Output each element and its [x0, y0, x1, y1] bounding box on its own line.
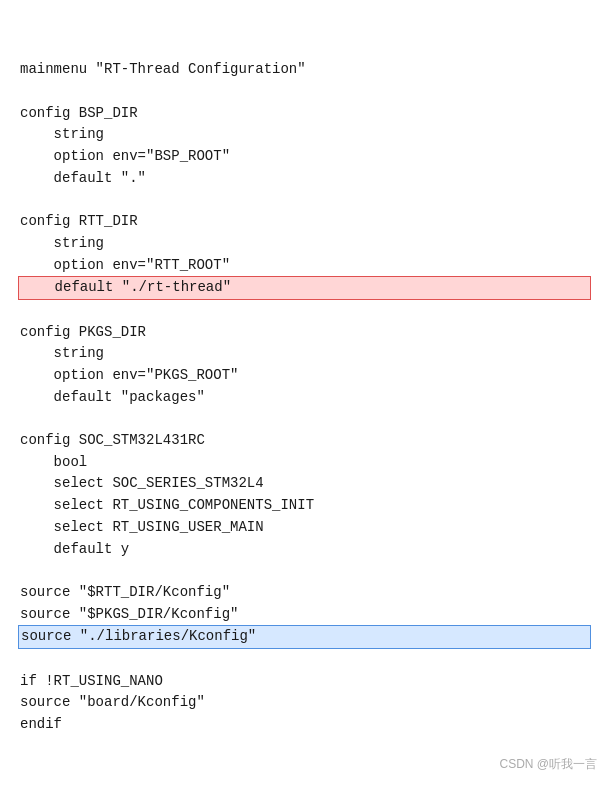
code-line-15: default "packages": [20, 387, 593, 409]
code-line-7: config RTT_DIR: [20, 211, 593, 233]
code-line-19: select SOC_SERIES_STM32L4: [20, 473, 593, 495]
watermark: CSDN @听我一言: [499, 756, 597, 773]
code-line-8: string: [20, 233, 593, 255]
code-line-18: bool: [20, 452, 593, 474]
code-line-10: default "./rt-thread": [20, 276, 593, 300]
code-line-12: config PKGS_DIR: [20, 322, 593, 344]
code-line-20: select RT_USING_COMPONENTS_INIT: [20, 495, 593, 517]
code-block: mainmenu "RT-Thread Configuration"config…: [20, 16, 593, 736]
code-line-empty-23: [20, 560, 593, 582]
code-line-28: if !RT_USING_NANO: [20, 671, 593, 693]
code-line-24: source "$RTT_DIR/Kconfig": [20, 582, 593, 604]
code-line-5: default ".": [20, 168, 593, 190]
code-line-14: option env="PKGS_ROOT": [20, 365, 593, 387]
code-line-30: endif: [20, 714, 593, 736]
code-line-29: source "board/Kconfig": [20, 692, 593, 714]
code-line-empty-16: [20, 408, 593, 430]
code-line-13: string: [20, 343, 593, 365]
code-line-21: select RT_USING_USER_MAIN: [20, 517, 593, 539]
code-line-2: config BSP_DIR: [20, 103, 593, 125]
code-line-0: mainmenu "RT-Thread Configuration": [20, 59, 593, 81]
code-line-22: default y: [20, 539, 593, 561]
code-line-empty-6: [20, 190, 593, 212]
code-line-4: option env="BSP_ROOT": [20, 146, 593, 168]
code-container: mainmenu "RT-Thread Configuration"config…: [0, 0, 613, 787]
code-line-9: option env="RTT_ROOT": [20, 255, 593, 277]
code-line-3: string: [20, 124, 593, 146]
code-line-empty-1: [20, 81, 593, 103]
code-line-17: config SOC_STM32L431RC: [20, 430, 593, 452]
code-line-26: source "./libraries/Kconfig": [20, 625, 593, 649]
code-line-empty-27: [20, 649, 593, 671]
code-line-empty-11: [20, 300, 593, 322]
code-line-25: source "$PKGS_DIR/Kconfig": [20, 604, 593, 626]
